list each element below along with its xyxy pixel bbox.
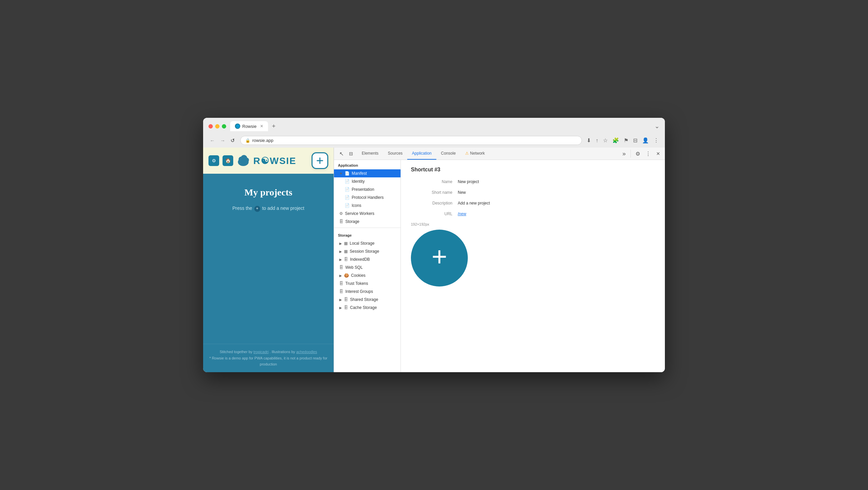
shared-storage-chevron: ▶ [339, 298, 342, 302]
shortcut-icon-preview: 192×192px + [411, 222, 655, 286]
back-button[interactable]: ← [209, 137, 216, 144]
tab-console[interactable]: Console [436, 148, 460, 160]
field-value-url[interactable]: /new [458, 212, 466, 216]
storage-app-label: Storage [345, 219, 360, 224]
icons-label: Icons [352, 203, 362, 208]
site-icon-gear: 🏠 [222, 155, 233, 166]
shared-storage-label: Shared Storage [350, 297, 378, 302]
field-label-name: Name [411, 179, 458, 184]
devtools-settings-button[interactable]: ⚙ [633, 149, 642, 159]
field-label-shortname: Short name [411, 190, 458, 195]
sidebar-item-icons[interactable]: 📄 Icons [334, 202, 401, 210]
lock-icon: 🔒 [245, 138, 250, 143]
footer-link-achedoodles[interactable]: achedoodles [296, 350, 317, 354]
extension-button[interactable]: 🧩 [612, 136, 620, 144]
session-storage-label: Session Storage [350, 249, 379, 254]
website-content: ⚙ 🏠 R☯WSIE [203, 148, 334, 372]
cache-storage-icon: 🗄 [344, 305, 348, 310]
sidebar-item-storage-app[interactable]: 🗄 Storage [334, 218, 401, 225]
sidebar-item-cookies[interactable]: ▶ 🍪 Cookies [334, 271, 401, 279]
site-desc-prefix: Press the [232, 206, 252, 211]
minimize-traffic-light[interactable] [215, 124, 219, 128]
sidebar-item-local-storage[interactable]: ▶ ▦ Local Storage [334, 239, 401, 247]
cookies-chevron: ▶ [339, 274, 342, 277]
share-button[interactable]: ↑ [595, 137, 599, 144]
tab-bar: 🌐 Rowsie ✕ + ⌄ [230, 121, 659, 131]
sidebar-item-indexed-db[interactable]: ▶ 🗄 IndexedDB [334, 255, 401, 264]
forward-button[interactable]: → [219, 137, 226, 144]
cursor-icon[interactable]: ↖ [337, 148, 346, 160]
sidebar-item-identity[interactable]: 📄 Identity [334, 177, 401, 185]
field-value-description: Add a new project [458, 201, 490, 206]
presentation-file-icon: 📄 [345, 187, 350, 192]
manifest-label: Manifest [352, 171, 367, 176]
bookmark-button[interactable]: ☆ [602, 136, 608, 144]
sidebar-item-protocol-handlers[interactable]: 📄 Protocol Handlers [334, 193, 401, 202]
indexed-db-chevron: ▶ [339, 258, 342, 262]
field-value-name: New project [458, 179, 479, 184]
browser-actions: ⬇ ↑ ☆ 🧩 ⚑ ⊟ 👤 ⋮ [586, 136, 659, 144]
maximize-traffic-light[interactable] [222, 124, 226, 128]
sidebar-item-shared-storage[interactable]: ▶ 🗄 Shared Storage [334, 296, 401, 304]
devtools-close-button[interactable]: ✕ [654, 149, 662, 158]
sidebar-item-session-storage[interactable]: ▶ ▦ Session Storage [334, 247, 401, 255]
trust-tokens-label: Trust Tokens [345, 281, 368, 286]
add-project-button[interactable] [312, 152, 328, 169]
devtools-tabs: ↖ ⊟ Elements Sources Application Console… [334, 148, 665, 160]
sidebar-item-interest-groups[interactable]: 🗄 Interest Groups [334, 287, 401, 296]
sidebar-item-cache-storage[interactable]: ▶ 🗄 Cache Storage [334, 304, 401, 312]
presentation-label: Presentation [352, 187, 374, 192]
sidebar-item-trust-tokens[interactable]: 🗄 Trust Tokens [334, 279, 401, 287]
tab-network[interactable]: ⚠ Network [460, 148, 490, 160]
tab-elements[interactable]: Elements [357, 148, 383, 160]
main-area: ⚙ 🏠 R☯WSIE [203, 148, 665, 372]
web-sql-icon: 🗄 [339, 265, 343, 270]
tab-application[interactable]: Application [407, 148, 436, 160]
icons-file-icon: 📄 [345, 203, 350, 208]
manifest-file-icon: 📄 [345, 171, 350, 176]
devtools-dots-button[interactable]: ⋮ [644, 149, 653, 159]
download-button[interactable]: ⬇ [586, 136, 592, 144]
indexed-db-icon: 🗄 [344, 257, 348, 262]
field-value-shortname: New [458, 190, 466, 195]
traffic-lights [209, 124, 226, 128]
address-text: rowsie.app [252, 138, 273, 143]
tab-close-button[interactable]: ✕ [260, 124, 264, 128]
sidebar-item-service-workers[interactable]: ⚙ Service Workers [334, 210, 401, 218]
app-panel: Shortcut #3 Name New project Short name … [401, 160, 665, 372]
session-storage-icon: ▦ [344, 249, 348, 254]
site-title: My projects [244, 187, 292, 198]
browser-tab-rowsie[interactable]: 🌐 Rowsie ✕ [230, 121, 268, 131]
cache-storage-chevron: ▶ [339, 306, 342, 310]
layout-icon[interactable]: ⊟ [346, 148, 356, 159]
icon-size-label: 192×192px [411, 222, 429, 226]
local-storage-icon: ▦ [344, 241, 348, 246]
cache-storage-label: Cache Storage [350, 305, 377, 310]
tab-overflow-button[interactable]: ⌄ [654, 123, 659, 130]
site-desc-suffix: to add a new project [262, 206, 304, 211]
sidebar-section-application: Application [334, 160, 401, 170]
tablet-button[interactable]: ⊟ [632, 136, 638, 144]
footer-text-2: . Illustrations by [270, 350, 295, 354]
refresh-button[interactable]: ↺ [229, 137, 236, 144]
tab-title: Rowsie [242, 124, 257, 129]
new-tab-button[interactable]: + [269, 122, 278, 131]
footer-link-tropicadri[interactable]: tropicadri [253, 350, 268, 354]
warning-icon: ⚠ [465, 151, 469, 156]
more-button[interactable]: ⋮ [653, 136, 659, 144]
devtools-more-tabs-button[interactable]: » [620, 148, 628, 159]
trust-tokens-icon: 🗄 [339, 281, 343, 286]
indexed-db-label: IndexedDB [350, 257, 370, 262]
address-input[interactable]: 🔒 rowsie.app [240, 136, 582, 145]
sidebar-item-presentation[interactable]: 📄 Presentation [334, 185, 401, 193]
site-footer-text: Stitched together by tropicadri . Illust… [209, 349, 328, 367]
flag-button[interactable]: ⚑ [623, 136, 629, 144]
sidebar-item-manifest[interactable]: ▼ 📄 Manifest [334, 170, 401, 177]
sidebar-item-web-sql[interactable]: 🗄 Web SQL [334, 264, 401, 271]
tab-sources[interactable]: Sources [383, 148, 407, 160]
web-sql-label: Web SQL [345, 265, 363, 270]
close-traffic-light[interactable] [209, 124, 213, 128]
profile-button[interactable]: 👤 [642, 136, 650, 144]
local-storage-label: Local Storage [350, 241, 374, 246]
session-storage-chevron: ▶ [339, 250, 342, 253]
